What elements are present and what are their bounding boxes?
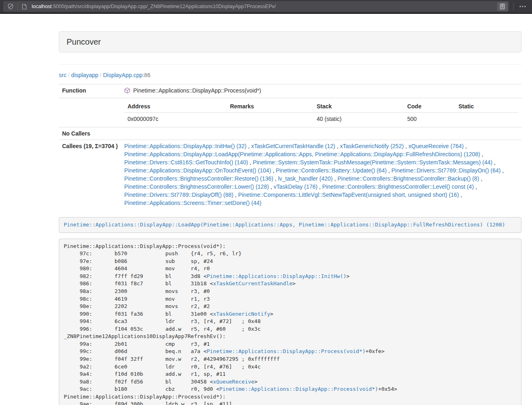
function-code: 500 <box>404 113 455 125</box>
symbol-link[interactable]: xTaskGenericNotify <box>213 311 270 317</box>
divider <box>59 64 521 65</box>
symbol-link[interactable]: xTaskGetCurrentTaskHandle <box>213 280 293 287</box>
callees-label: Callees (19, Σ=3704 ) <box>59 140 121 209</box>
col-remarks: Remarks <box>227 100 314 113</box>
url-host: localhost <box>32 4 52 9</box>
callee-link[interactable]: xQueueReceive (764) <box>409 143 464 149</box>
callee-link[interactable]: Pinetime::Controllers::BrightnessControl… <box>337 175 479 182</box>
page-icon[interactable] <box>20 4 29 10</box>
details-header-row: Address Remarks Stack Code Static <box>124 100 518 113</box>
symbol-link[interactable]: xQueueReceive <box>213 379 254 385</box>
callees-row: Callees (19, Σ=3704 ) Pinetime::Applicat… <box>59 140 521 209</box>
function-address: 0x0000097c <box>124 113 226 125</box>
callee-link[interactable]: Pinetime::Drivers::Cst816S::GetTouchInfo… <box>124 159 248 166</box>
function-static <box>455 113 518 125</box>
no-callers-label: No Callers <box>59 127 121 140</box>
function-table: Function Pinetime::Applications::Display… <box>59 84 521 209</box>
callee-link[interactable]: lv_task_handler (420) <box>278 175 333 182</box>
breadcrumb-link[interactable]: DisplayApp.cpp <box>103 72 142 78</box>
callee-link[interactable]: Pinetime::Controllers::BrightnessControl… <box>124 175 273 182</box>
callee-link[interactable]: Pinetime::Applications::DisplayApp::Load… <box>124 151 480 157</box>
page-content: Puncover src / displayapp / DisplayApp.c… <box>59 31 521 405</box>
breadcrumb-separator: / <box>67 72 71 78</box>
callee-link[interactable]: Pinetime::Components::LittleVgl::SetNewT… <box>238 192 459 198</box>
breadcrumb-line-number: :86 <box>142 72 150 78</box>
reader-mode-icon[interactable] <box>497 2 508 11</box>
callee-link[interactable]: Pinetime::Controllers::BrightnessControl… <box>124 183 269 190</box>
function-remarks <box>227 113 314 125</box>
callee-link[interactable]: Pinetime::Controllers::BrightnessControl… <box>322 183 474 190</box>
details-value-row: 0x0000097c 40 (static) 500 <box>124 113 518 125</box>
symbol-link[interactable]: Pinetime::Applications::DisplayApp::Proc… <box>207 348 365 354</box>
callee-link[interactable]: Pinetime::Drivers::St7789::DisplayOff() … <box>124 192 233 198</box>
breadcrumb-link[interactable]: displayapp <box>71 72 98 78</box>
toolbar-divider <box>513 3 514 10</box>
callee-link[interactable]: Pinetime::Controllers::Battery::Update()… <box>276 167 387 174</box>
url-path: :5000/path/src/displayapp/DisplayApp.cpp… <box>52 4 276 9</box>
col-code: Code <box>404 100 455 113</box>
no-callers-row: No Callers <box>59 127 521 140</box>
function-row-label: Function <box>59 84 121 98</box>
callee-link[interactable]: Pinetime::Applications::DisplayApp::Init… <box>124 143 246 149</box>
function-details-cell: Address Remarks Stack Code Static 0x0000… <box>121 98 521 127</box>
app-title: Puncover <box>67 37 101 46</box>
function-name: Pinetime::Applications::DisplayApp::Proc… <box>133 87 261 94</box>
symbol-cube-icon <box>124 87 130 96</box>
callee-link[interactable]: Pinetime::Drivers::St7789::DisplayOn() (… <box>392 167 501 174</box>
callees-list: Pinetime::Applications::DisplayApp::Init… <box>121 140 521 209</box>
function-stack: 40 (static) <box>313 113 404 125</box>
shield-icon[interactable] <box>6 3 15 10</box>
url-text[interactable]: localhost:5000/path/src/displayapp/Displ… <box>32 4 494 9</box>
callee-link[interactable]: vTaskDelay (176) <box>274 183 317 190</box>
function-details-row: Address Remarks Stack Code Static 0x0000… <box>59 98 521 127</box>
function-name-cell: Pinetime::Applications::DisplayApp::Proc… <box>121 84 521 98</box>
col-stack: Stack <box>313 100 404 113</box>
function-row: Function Pinetime::Applications::Display… <box>59 84 521 98</box>
app-header-panel: Puncover <box>59 31 521 52</box>
breadcrumb-link[interactable]: src <box>59 72 67 78</box>
overflow-menu-icon[interactable] <box>518 4 529 9</box>
disassembly: Pinetime::Applications::DisplayApp::Proc… <box>59 239 521 405</box>
function-details-table: Address Remarks Stack Code Static 0x0000… <box>124 100 518 125</box>
urlbar-divider <box>17 3 18 10</box>
breadcrumb-separator: / <box>98 72 103 78</box>
callee-link[interactable]: Pinetime::Applications::Screens::Timer::… <box>124 200 261 206</box>
url-bar[interactable]: localhost:5000/path/src/displayapp/Displ… <box>3 1 509 12</box>
callee-link[interactable]: Pinetime::Applications::DisplayApp::OnTo… <box>124 167 271 174</box>
symbol-link[interactable]: Pinetime::Applications::DisplayApp::Init… <box>207 273 346 279</box>
breadcrumb: src / displayapp / DisplayApp.cpp:86 <box>59 71 521 79</box>
symbol-link[interactable]: Pinetime::Applications::DisplayApp::Proc… <box>220 386 378 392</box>
col-address: Address <box>124 100 226 113</box>
disassembly-code: Pinetime::Applications::DisplayApp::Proc… <box>64 243 397 405</box>
callee-link[interactable]: xTaskGenericNotify (252) <box>340 143 404 149</box>
callee-link[interactable]: xTaskGetCurrentTaskHandle (12) <box>251 143 335 149</box>
load-app-link[interactable]: Pinetime::Applications::DisplayApp::Load… <box>64 222 505 228</box>
browser-toolbar: localhost:5000/path/src/displayapp/Displ… <box>0 0 532 14</box>
col-static: Static <box>455 100 518 113</box>
empty-row-label <box>59 98 121 127</box>
load-app-snippet: Pinetime::Applications::DisplayApp::Load… <box>59 217 521 233</box>
callee-link[interactable]: Pinetime::System::SystemTask::PushMessag… <box>253 159 493 166</box>
no-callers-cell <box>121 127 521 140</box>
